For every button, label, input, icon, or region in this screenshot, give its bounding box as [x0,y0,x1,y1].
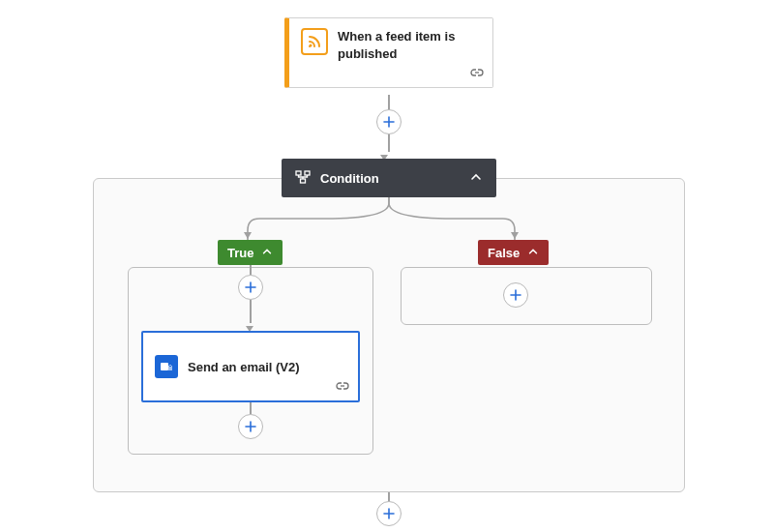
link-icon [469,67,485,81]
branch-false-header[interactable]: False [478,240,549,265]
condition-header[interactable]: Condition [282,159,496,197]
branch-false-label: False [488,246,520,260]
action-title: Send an email (V2) [188,360,300,374]
chevron-up-icon [527,246,539,260]
connector-line [388,95,390,110]
trigger-card[interactable]: When a feed item is published [284,17,493,88]
trigger-title: When a feed item is published [338,28,481,62]
add-step-button[interactable] [376,501,402,526]
add-step-button[interactable] [376,109,402,134]
svg-rect-3 [301,179,306,183]
add-step-button[interactable] [503,282,528,308]
chevron-up-icon [469,170,483,187]
connector-line [250,300,252,323]
condition-label: Condition [320,171,379,186]
action-card[interactable]: Send an email (V2) [141,331,360,402]
flow-canvas: When a feed item is published Condition [0,0,774,532]
add-step-button[interactable] [238,414,263,439]
arrow-head-icon [379,150,389,532]
branch-true-label: True [227,246,253,260]
connector-line [250,265,252,275]
condition-icon [295,170,311,187]
rss-icon [301,28,328,55]
svg-rect-1 [296,171,301,175]
branch-true-header[interactable]: True [218,240,283,265]
chevron-up-icon [261,246,273,260]
svg-rect-4 [161,363,168,370]
svg-point-0 [310,44,313,47]
branch-connector [93,197,685,265]
add-step-button[interactable] [238,275,263,300]
connector-line [250,402,252,414]
svg-rect-2 [305,171,310,175]
outlook-icon [155,355,178,378]
link-icon [335,380,350,395]
